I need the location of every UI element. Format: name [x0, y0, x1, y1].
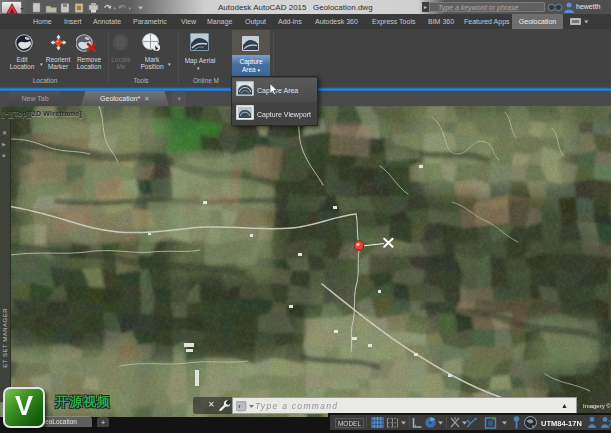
- svg-text:UTM84-17N: UTM84-17N: [541, 419, 582, 428]
- svg-text:›: ›: [238, 402, 241, 411]
